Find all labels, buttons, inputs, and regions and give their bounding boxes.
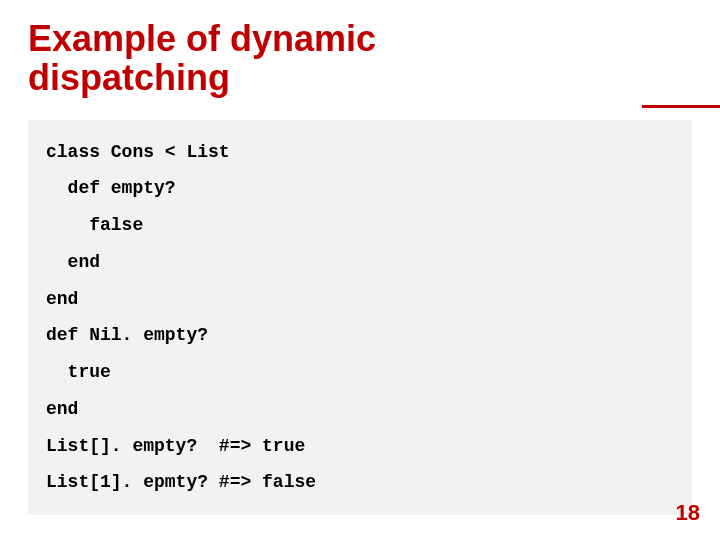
code-line: false	[46, 207, 674, 244]
page-number: 18	[676, 500, 700, 526]
code-line: end	[46, 281, 674, 318]
slide: Example of dynamic dispatching class Con…	[0, 0, 720, 540]
title-line-2: dispatching	[28, 57, 230, 98]
title-line-1: Example of dynamic	[28, 18, 376, 59]
code-line: List[1]. epmty? #=> false	[46, 464, 674, 501]
code-line: List[]. empty? #=> true	[46, 428, 674, 465]
code-block: class Cons < List def empty? false end e…	[28, 120, 692, 515]
code-line: def empty?	[46, 170, 674, 207]
code-line: end	[46, 391, 674, 428]
code-line: def Nil. empty?	[46, 317, 674, 354]
code-line: class Cons < List	[46, 134, 674, 171]
slide-title: Example of dynamic dispatching	[28, 20, 692, 98]
code-line: end	[46, 244, 674, 281]
title-accent-rule	[642, 105, 720, 108]
code-line: true	[46, 354, 674, 391]
